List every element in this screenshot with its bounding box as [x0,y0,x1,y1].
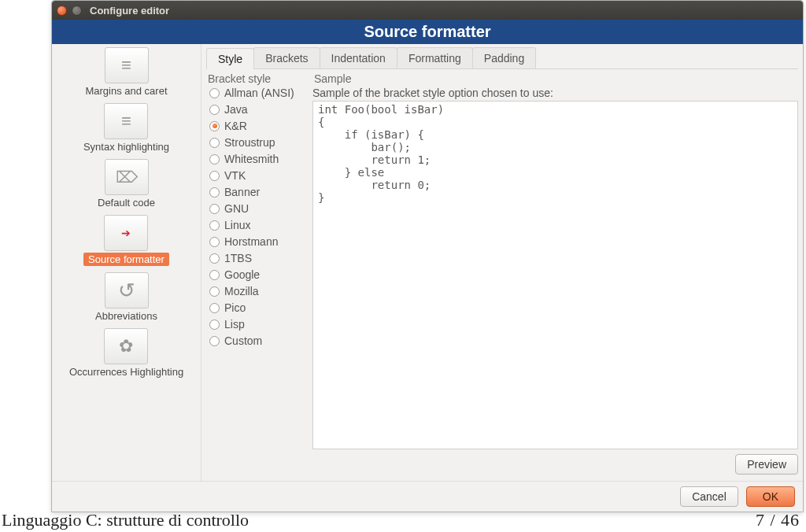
bracket-option-stroustrup[interactable]: Stroustrup [209,136,312,149]
tab-style[interactable]: Style [206,48,254,69]
minimize-icon[interactable] [72,6,82,16]
content-area: StyleBracketsIndentationFormattingPaddin… [202,44,803,481]
radio-label: Whitesmith [224,153,279,165]
bracket-option-k-r[interactable]: K&R [209,120,312,132]
arrow-icon [105,272,149,308]
text-icon [105,47,149,83]
radio-icon [209,204,220,214]
red-icon [104,215,148,251]
radio-icon [209,154,220,164]
radio-icon [209,88,220,98]
sidebar-item-abbreviations[interactable]: Abbreviations [95,272,157,322]
tab-indentation[interactable]: Indentation [320,47,397,68]
radio-label: Java [224,103,248,116]
radio-label: VTK [224,169,246,182]
tab-padding[interactable]: Padding [472,47,536,68]
radio-icon [209,286,220,297]
radio-icon [209,270,220,280]
sidebar-item-label: Occurrences Highlighting [69,366,183,378]
bracket-option-vtk[interactable]: VTK [209,169,312,182]
radio-label: Pico [224,301,246,314]
bracket-option-java[interactable]: Java [209,103,312,116]
radio-label: Stroustrup [224,136,275,149]
tab-bar: StyleBracketsIndentationFormattingPaddin… [206,47,798,69]
titlebar: Configure editor [52,1,803,20]
radio-label: Mozilla [224,285,259,297]
preview-button[interactable]: Preview [735,454,798,475]
sample-header: Sample [312,72,798,85]
radio-icon [209,220,220,231]
bracket-option-pico[interactable]: Pico [209,301,312,314]
radio-label: Lisp [224,318,245,331]
cancel-button[interactable]: Cancel [680,486,738,507]
sample-code: int Foo(bool isBar) { if (isBar) { bar()… [312,101,798,449]
sidebar-item-label: Default code [98,197,155,209]
radio-label: Linux [224,219,250,231]
radio-label: Horstmann [224,235,278,248]
radio-label: GNU [224,202,249,215]
bracket-option-lisp[interactable]: Lisp [209,318,312,331]
bracket-option-whitesmith[interactable]: Whitesmith [209,153,312,165]
configure-editor-window: Configure editor Source formatter Margin… [51,0,804,512]
radio-label: Allman (ANSI) [224,87,294,99]
radio-label: 1TBS [224,252,252,264]
radio-icon [209,303,220,313]
radio-label: K&R [224,120,247,132]
category-sidebar: Margins and caretSyntax highlightingDefa… [52,44,202,481]
tab-formatting[interactable]: Formatting [397,47,473,68]
radio-icon [209,237,220,247]
puzzle-icon [104,328,148,364]
bracket-option-1tbs[interactable]: 1TBS [209,252,312,264]
sidebar-item-label: Abbreviations [95,310,157,322]
bracket-option-horstmann[interactable]: Horstmann [209,235,312,248]
slide-title: Linguaggio C: strutture di controllo [2,510,249,530]
text-icon [104,103,148,139]
radio-label: Custom [224,334,262,347]
sidebar-item-label: Source formatter [83,253,169,266]
bracket-option-allman-ansi-[interactable]: Allman (ANSI) [209,87,312,99]
radio-icon [209,336,220,346]
sample-description: Sample of the bracket style option chose… [312,87,798,99]
bracket-option-banner[interactable]: Banner [209,186,312,198]
close-icon[interactable] [57,6,67,16]
page-title: Source formatter [52,20,803,44]
bracket-option-mozilla[interactable]: Mozilla [209,285,312,297]
radio-icon [209,171,220,181]
sidebar-item-margins-and-caret[interactable]: Margins and caret [85,47,167,97]
radio-icon [209,187,220,198]
radio-icon [209,138,220,148]
bracket-style-header: Bracket style [206,72,312,85]
bracket-option-custom[interactable]: Custom [209,334,312,347]
sidebar-item-occurrences-highlighting[interactable]: Occurrences Highlighting [69,328,183,378]
radio-icon [209,253,220,264]
slide-footer: Linguaggio C: strutture di controllo 7 /… [0,508,806,532]
bracket-option-gnu[interactable]: GNU [209,202,312,215]
radio-icon [209,121,220,131]
stamp-icon [105,159,149,195]
bracket-option-linux[interactable]: Linux [209,219,312,231]
bracket-style-list: Allman (ANSI)JavaK&RStroustrupWhitesmith… [206,87,312,347]
sidebar-item-label: Syntax highlighting [83,141,169,153]
slide-page: 7 / 46 [756,510,800,530]
sidebar-item-source-formatter[interactable]: Source formatter [83,215,169,266]
ok-button[interactable]: OK [746,486,795,507]
sidebar-item-default-code[interactable]: Default code [98,159,155,209]
dialog-footer: Cancel OK [52,481,803,512]
radio-icon [209,105,220,115]
bracket-option-google[interactable]: Google [209,268,312,281]
tab-brackets[interactable]: Brackets [253,47,320,68]
radio-icon [209,320,220,330]
window-title: Configure editor [90,5,169,17]
sidebar-item-syntax-highlighting[interactable]: Syntax highlighting [83,103,169,153]
radio-label: Banner [224,186,260,198]
sidebar-item-label: Margins and caret [85,85,167,97]
radio-label: Google [224,268,260,281]
